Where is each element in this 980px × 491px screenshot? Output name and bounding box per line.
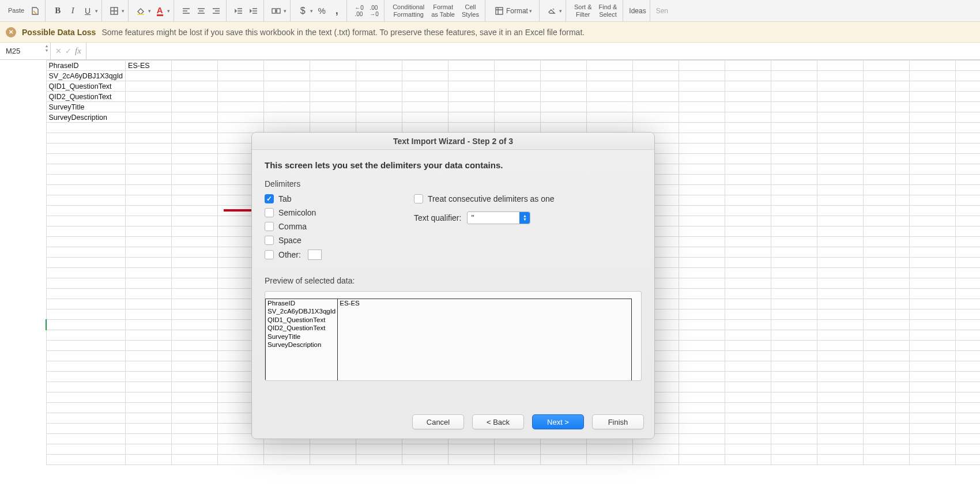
cell[interactable]: [541, 444, 587, 455]
cell[interactable]: [864, 351, 910, 361]
cell[interactable]: [587, 123, 633, 133]
cell[interactable]: [587, 81, 633, 92]
cell[interactable]: [587, 455, 633, 465]
cell[interactable]: [679, 81, 725, 92]
cell[interactable]: [956, 226, 980, 237]
cell[interactable]: [864, 361, 910, 372]
cell[interactable]: [679, 455, 725, 465]
cell[interactable]: [633, 102, 679, 112]
cell[interactable]: [633, 92, 679, 102]
cell[interactable]: [126, 361, 172, 372]
cell[interactable]: [356, 102, 402, 112]
cell[interactable]: [126, 413, 172, 424]
cell[interactable]: [495, 102, 541, 112]
cell[interactable]: [356, 92, 402, 102]
cell[interactable]: [46, 299, 126, 309]
cell[interactable]: [679, 247, 725, 258]
cell[interactable]: [956, 206, 980, 216]
cell[interactable]: [725, 382, 771, 392]
cell[interactable]: [679, 61, 725, 71]
cell[interactable]: [46, 164, 126, 175]
cell[interactable]: [864, 61, 910, 71]
cell[interactable]: [172, 71, 218, 81]
cell[interactable]: [864, 382, 910, 392]
cell[interactable]: [356, 61, 402, 71]
cell[interactable]: [46, 372, 126, 382]
cell[interactable]: [126, 112, 172, 123]
cell[interactable]: [633, 71, 679, 81]
cell[interactable]: [725, 112, 771, 123]
cell[interactable]: [864, 330, 910, 341]
cell[interactable]: [725, 444, 771, 455]
cell[interactable]: [725, 216, 771, 226]
cell[interactable]: [725, 92, 771, 102]
cell[interactable]: [679, 278, 725, 289]
cell[interactable]: [46, 434, 126, 444]
cell[interactable]: [448, 444, 495, 455]
cell[interactable]: [172, 112, 218, 123]
cell[interactable]: [956, 92, 980, 102]
cell[interactable]: [46, 361, 126, 372]
cell[interactable]: [172, 361, 218, 372]
cell[interactable]: [817, 403, 864, 413]
cell[interactable]: [46, 133, 126, 143]
cell[interactable]: [679, 309, 725, 320]
cell[interactable]: [817, 133, 864, 143]
cell[interactable]: [771, 268, 817, 278]
cell[interactable]: [817, 278, 864, 289]
cell[interactable]: [817, 424, 864, 434]
cell[interactable]: [725, 61, 771, 71]
cell[interactable]: [864, 434, 910, 444]
cell[interactable]: [910, 237, 956, 247]
cell[interactable]: [771, 71, 817, 81]
cell[interactable]: [817, 175, 864, 185]
cell[interactable]: [725, 361, 771, 372]
cell[interactable]: [910, 372, 956, 382]
cell[interactable]: [956, 320, 980, 330]
format-as-table-button[interactable]: Format as Table: [429, 3, 457, 17]
cell[interactable]: PhraseID: [46, 61, 126, 71]
cell[interactable]: [679, 424, 725, 434]
cell[interactable]: [172, 226, 218, 237]
chevron-down-icon[interactable]: ▾: [167, 8, 170, 14]
cell[interactable]: [172, 92, 218, 102]
cell[interactable]: [46, 185, 126, 195]
cell[interactable]: [587, 102, 633, 112]
align-center-button[interactable]: [195, 5, 208, 17]
cell[interactable]: [956, 361, 980, 372]
cell[interactable]: [956, 61, 980, 71]
fill-color-button[interactable]: [134, 5, 147, 17]
cell[interactable]: [771, 175, 817, 185]
cell[interactable]: [864, 164, 910, 175]
cell[interactable]: [679, 413, 725, 424]
cell[interactable]: [817, 71, 864, 81]
cell[interactable]: [679, 237, 725, 247]
cell[interactable]: [310, 61, 356, 71]
cell[interactable]: [448, 71, 495, 81]
cell[interactable]: [771, 382, 817, 392]
cell[interactable]: [218, 61, 264, 71]
cell[interactable]: [495, 92, 541, 102]
cell[interactable]: [956, 413, 980, 424]
cell[interactable]: [864, 258, 910, 268]
cell[interactable]: [218, 112, 264, 123]
cell[interactable]: [356, 81, 402, 92]
cell[interactable]: [172, 258, 218, 268]
cell[interactable]: [402, 444, 448, 455]
cell[interactable]: SurveyDescription: [46, 112, 126, 123]
cell[interactable]: [46, 143, 126, 154]
cell[interactable]: [172, 341, 218, 351]
cell[interactable]: [910, 351, 956, 361]
cell[interactable]: [864, 455, 910, 465]
cell[interactable]: [910, 341, 956, 351]
cell[interactable]: [956, 372, 980, 382]
cell[interactable]: [172, 247, 218, 258]
cell[interactable]: [817, 247, 864, 258]
cell[interactable]: [725, 372, 771, 382]
cell[interactable]: [172, 195, 218, 206]
cell[interactable]: [310, 444, 356, 455]
cell[interactable]: [817, 185, 864, 195]
cell[interactable]: [910, 289, 956, 299]
cell[interactable]: [864, 133, 910, 143]
cell[interactable]: [771, 258, 817, 268]
